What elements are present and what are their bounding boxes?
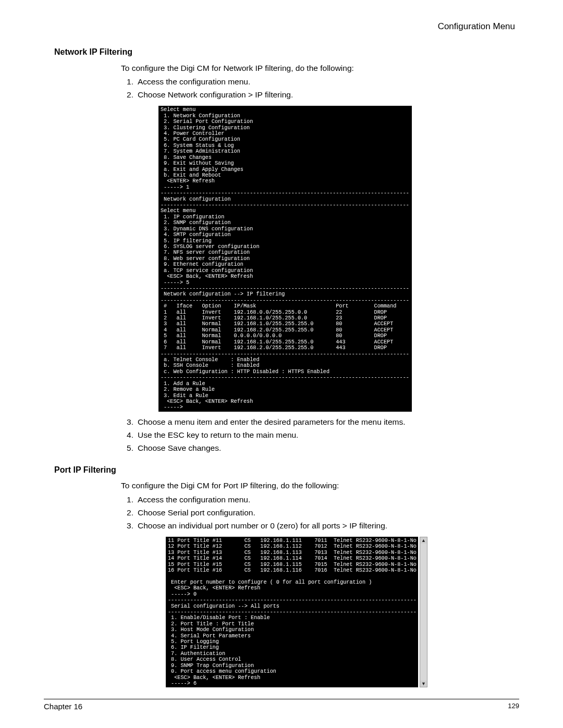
- network-step-2: 2.Choose Network configuration > IP filt…: [121, 90, 515, 101]
- terminal-screenshot-port: 11 Port Title #11 CS 192.168.1.111 7011 …: [166, 537, 418, 688]
- terminal-screenshot-network: Select menu 1. Network Configuration 2. …: [158, 106, 412, 412]
- port-intro: To configure the Digi CM for Port IP fil…: [121, 480, 515, 491]
- network-intro: To configure the Digi CM for Network IP …: [121, 63, 515, 74]
- footer-chapter: Chapter 16: [44, 701, 82, 712]
- footer-page-number: 129: [508, 701, 519, 712]
- scroll-down-arrow-icon[interactable]: ▼: [420, 681, 427, 687]
- page-header-right: Configuration Menu: [44, 21, 515, 33]
- page-footer: Chapter 16 129: [44, 699, 519, 712]
- network-step-3: 3.Choose a menu item and enter the desir…: [121, 417, 515, 428]
- port-step-2: 2.Choose Serial port configuration.: [121, 508, 515, 519]
- port-step-3: 3.Choose an individual port number or 0 …: [121, 521, 515, 532]
- network-step-4: 4.Use the ESC key to return to the main …: [121, 430, 515, 441]
- network-step-5: 5.Choose Save changes.: [121, 443, 515, 454]
- network-step-1: 1.Access the configuration menu.: [121, 77, 515, 88]
- scroll-up-arrow-icon[interactable]: ▲: [420, 537, 427, 544]
- scrollbar[interactable]: ▲ ▼: [420, 537, 427, 688]
- port-step-1: 1.Access the configuration menu.: [121, 495, 515, 505]
- heading-port-ip-filtering: Port IP Filtering: [54, 464, 519, 476]
- heading-network-ip-filtering: Network IP Filtering: [54, 46, 519, 58]
